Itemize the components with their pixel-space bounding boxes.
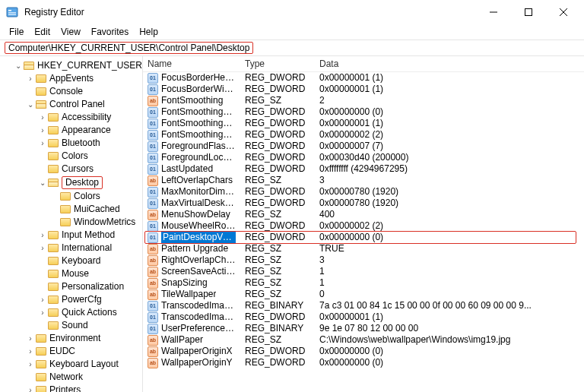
tree-item[interactable]: ›PowerCfg <box>2 293 142 306</box>
tree-item[interactable]: Mouse <box>2 267 142 280</box>
list-row[interactable]: TranscodedImageCac...REG_BINARY7a c3 01 … <box>143 300 584 311</box>
tree-item[interactable]: ›Appearance <box>2 124 142 137</box>
list-row[interactable]: TranscodedImageCountREG_DWORD0x00000001 … <box>143 311 584 323</box>
folder-icon <box>48 139 59 147</box>
menu-view[interactable]: View <box>56 25 85 39</box>
list-row[interactable]: RightOverlapCharsREG_SZ3 <box>143 254 584 266</box>
tree-item[interactable]: ⌄Desktop <box>2 175 142 190</box>
list-row[interactable]: ScreenSaveActiveREG_SZ1 <box>143 266 584 277</box>
tree-item-label: Cursors <box>62 163 94 175</box>
svg-rect-1 <box>8 10 11 11</box>
tree-item[interactable]: WindowMetrics <box>2 216 142 229</box>
maximize-button[interactable] <box>511 0 546 24</box>
list-row[interactable]: FocusBorderWidthREG_DWORD0x00000001 (1) <box>143 84 584 95</box>
cell-data: 400 <box>315 209 584 220</box>
list-header[interactable]: Name Type Data <box>143 56 584 72</box>
tree-item[interactable]: Colors <box>2 190 142 203</box>
tree-item[interactable]: ⌄Control Panel <box>2 98 142 111</box>
svg-rect-3 <box>8 14 16 16</box>
cell-type: REG_DWORD <box>240 152 315 163</box>
menu-edit[interactable]: Edit <box>30 25 55 39</box>
cell-type: REG_DWORD <box>240 232 315 243</box>
cell-type: REG_DWORD <box>240 346 315 357</box>
list-row[interactable]: FontSmoothingREG_SZ2 <box>143 95 584 106</box>
tree-item[interactable]: ›Accessibility <box>2 111 142 124</box>
list-pane[interactable]: Name Type Data FocusBorderHeightREG_DWOR… <box>143 56 584 392</box>
tree-item[interactable]: ›EUDC <box>2 345 142 358</box>
tree-item[interactable]: ›AppEvents <box>2 72 142 85</box>
tree-item[interactable]: ›International <box>2 242 142 254</box>
chevron-right-icon[interactable]: › <box>26 386 35 393</box>
tree-item[interactable]: ›Quick Actions <box>2 306 142 319</box>
list-row[interactable]: WallPaperREG_SZC:\Windows\web\wallpaper\… <box>143 334 584 346</box>
chevron-right-icon[interactable]: › <box>26 74 35 84</box>
chevron-down-icon[interactable]: ⌄ <box>38 179 47 188</box>
tree-pane[interactable]: ⌄HKEY_CURRENT_USER›AppEventsConsole⌄Cont… <box>0 56 143 392</box>
menu-file[interactable]: File <box>5 25 28 39</box>
close-button[interactable] <box>546 0 581 24</box>
string-value-icon <box>148 255 158 266</box>
list-row[interactable]: TileWallpaperREG_SZ0 <box>143 289 584 300</box>
tree-item[interactable]: ›Keyboard Layout <box>2 358 142 371</box>
chevron-right-icon[interactable]: › <box>38 113 47 122</box>
tree-item[interactable]: Personalization <box>2 280 142 293</box>
list-row[interactable]: ForegroundLockTime...REG_DWORD0x00030d40… <box>143 152 584 163</box>
chevron-right-icon[interactable]: › <box>26 334 35 343</box>
list-row[interactable]: MaxVirtualDesktopDi...REG_DWORD0x0000078… <box>143 198 584 209</box>
tree-item[interactable]: ›Environment <box>2 332 142 345</box>
chevron-right-icon[interactable]: › <box>38 244 47 253</box>
chevron-right-icon[interactable]: › <box>38 231 47 240</box>
col-header-name[interactable]: Name <box>143 56 240 71</box>
cell-type: REG_SZ <box>240 95 315 106</box>
value-name: WallPaper <box>161 334 203 346</box>
cell-type: REG_DWORD <box>240 141 315 152</box>
tree-item-label: Mouse <box>62 268 89 280</box>
tree-item[interactable]: MuiCached <box>2 203 142 216</box>
list-row[interactable]: MaxMonitorDimensionREG_DWORD0x00000780 (… <box>143 186 584 198</box>
list-row[interactable]: WallpaperOriginYREG_DWORD0x00000000 (0) <box>143 357 584 368</box>
folder-icon <box>24 62 34 70</box>
tree-item-label: Quick Actions <box>62 307 117 318</box>
chevron-right-icon[interactable]: › <box>26 360 35 369</box>
tree-item[interactable]: ›Printers <box>2 384 142 392</box>
list-row[interactable]: WallpaperOriginXREG_DWORD0x00000000 (0) <box>143 346 584 357</box>
chevron-down-icon[interactable]: ⌄ <box>14 62 23 71</box>
tree-item[interactable]: ›Bluetooth <box>2 137 142 150</box>
address-path[interactable]: Computer\HKEY_CURRENT_USER\Control Panel… <box>5 42 253 54</box>
tree-item[interactable]: ⌄HKEY_CURRENT_USER <box>2 59 142 72</box>
chevron-right-icon[interactable]: › <box>38 126 47 135</box>
list-row[interactable]: FocusBorderHeightREG_DWORD0x00000001 (1) <box>143 72 584 84</box>
tree-item[interactable]: Colors <box>2 150 142 163</box>
chevron-right-icon[interactable]: › <box>38 139 47 148</box>
list-row[interactable]: Pattern UpgradeREG_SZTRUE <box>143 243 584 254</box>
value-name: ForegroundFlashCount <box>161 141 236 152</box>
tree-item[interactable]: Sound <box>2 319 142 332</box>
list-row[interactable]: LastUpdatedREG_DWORD0xffffffff (42949672… <box>143 163 584 175</box>
chevron-down-icon[interactable]: ⌄ <box>26 100 35 109</box>
list-row[interactable]: MouseWheelRoutingREG_DWORD0x00000002 (2) <box>143 220 584 232</box>
list-row[interactable]: PaintDesktopVersionREG_DWORD0x00000000 (… <box>143 232 584 243</box>
chevron-right-icon[interactable]: › <box>38 308 47 318</box>
list-row[interactable]: FontSmoothingOrient...REG_DWORD0x0000000… <box>143 118 584 129</box>
list-row[interactable]: FontSmoothingTypeREG_DWORD0x00000002 (2) <box>143 129 584 141</box>
list-row[interactable]: LeftOverlapCharsREG_SZ3 <box>143 175 584 186</box>
addressbar[interactable]: Computer\HKEY_CURRENT_USER\Control Panel… <box>0 40 584 56</box>
tree-item[interactable]: Cursors <box>2 163 142 175</box>
chevron-right-icon[interactable]: › <box>26 347 35 356</box>
list-row[interactable]: SnapSizingREG_SZ1 <box>143 277 584 289</box>
tree-item[interactable]: Console <box>2 85 142 98</box>
minimize-button[interactable] <box>476 0 511 24</box>
list-row[interactable]: MenuShowDelayREG_SZ400 <box>143 209 584 220</box>
menu-help[interactable]: Help <box>135 25 163 39</box>
string-value-icon <box>148 175 158 186</box>
tree-item[interactable]: Keyboard <box>2 254 142 267</box>
chevron-right-icon[interactable]: › <box>38 296 47 305</box>
col-header-data[interactable]: Data <box>315 56 584 71</box>
list-row[interactable]: ForegroundFlashCountREG_DWORD0x00000007 … <box>143 141 584 152</box>
list-row[interactable]: UserPreferencesMaskREG_BINARY9e 1e 07 80… <box>143 323 584 334</box>
col-header-type[interactable]: Type <box>240 56 315 71</box>
tree-item[interactable]: Network <box>2 371 142 384</box>
list-row[interactable]: FontSmoothingGam...REG_DWORD0x00000000 (… <box>143 106 584 118</box>
menu-favorites[interactable]: Favorites <box>87 25 133 39</box>
tree-item[interactable]: ›Input Method <box>2 229 142 242</box>
